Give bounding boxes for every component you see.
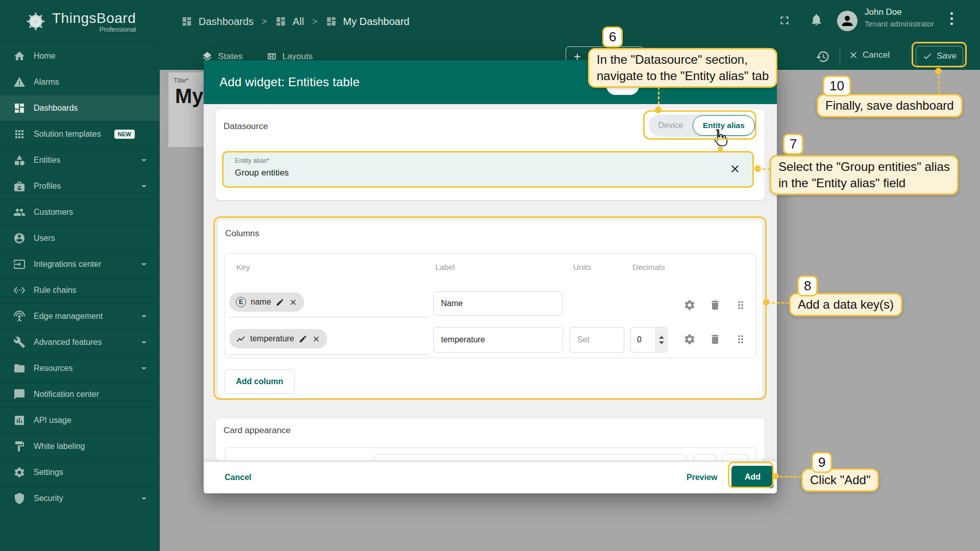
add-column-button[interactable]: Add column bbox=[225, 369, 295, 394]
avatar[interactable] bbox=[837, 11, 857, 31]
thingsboard-logo-icon bbox=[24, 10, 47, 33]
user-info[interactable]: John Doe Tenant administrator bbox=[865, 7, 934, 28]
sidebar-item-profiles[interactable]: Profiles bbox=[0, 173, 160, 199]
entity-alias-value: Group entities bbox=[235, 168, 289, 178]
sidebar-item-resources[interactable]: Resources bbox=[0, 355, 160, 381]
sidebar-item-api-usage[interactable]: API usage bbox=[0, 407, 160, 433]
toggle-device[interactable]: Device bbox=[649, 121, 693, 130]
kebab-menu-icon[interactable] bbox=[950, 12, 953, 25]
label-input[interactable] bbox=[433, 327, 563, 353]
gear-icon bbox=[13, 466, 26, 479]
dashboard-tile-icon bbox=[326, 16, 337, 27]
title-field-value: My bbox=[175, 85, 204, 108]
chevron-down-icon bbox=[141, 185, 146, 188]
callout-10-connector bbox=[938, 76, 940, 94]
remove-key-icon[interactable] bbox=[289, 298, 298, 307]
entity-alias-field[interactable]: Entity alias* Group entities bbox=[222, 151, 754, 188]
sidebar-item-dashboards[interactable]: Dashboards bbox=[0, 95, 160, 121]
close-icon bbox=[848, 50, 859, 60]
datakey-chip-temperature[interactable]: temperature bbox=[229, 329, 327, 348]
sidebar-item-customers[interactable]: Customers bbox=[0, 199, 160, 225]
timeseries-icon bbox=[236, 334, 246, 344]
col-header-units: Units bbox=[573, 263, 591, 272]
toolbar-divider bbox=[840, 47, 840, 66]
callout-8-dot bbox=[763, 299, 770, 306]
sidebar-item-rule-chains[interactable]: Rule chains bbox=[0, 277, 160, 303]
breadcrumb-dashboards[interactable]: Dashboards bbox=[181, 16, 254, 28]
columns-heading: Columns bbox=[225, 229, 259, 239]
antenna-icon bbox=[13, 310, 26, 322]
sidebar-nav: Home Alarms Dashboards Solution template… bbox=[0, 43, 160, 511]
truncated-control[interactable] bbox=[694, 454, 716, 461]
sidebar-item-alarms[interactable]: Alarms bbox=[0, 69, 160, 95]
title-field-label: Title* bbox=[174, 77, 188, 84]
sidebar-item-settings[interactable]: Settings bbox=[0, 459, 160, 485]
drag-handle-icon[interactable] bbox=[734, 299, 747, 311]
datakey-chip-name[interactable]: E name bbox=[229, 292, 304, 312]
decimals-input[interactable] bbox=[631, 328, 655, 352]
truncated-control[interactable] bbox=[722, 454, 749, 461]
new-badge: NEW bbox=[114, 130, 135, 139]
add-button[interactable]: Add bbox=[731, 466, 774, 488]
stepper-arrows[interactable] bbox=[655, 328, 667, 352]
cancel-dashboard-button[interactable]: Cancel bbox=[848, 50, 890, 60]
sidebar-item-users[interactable]: Users bbox=[0, 225, 160, 251]
save-dashboard-button[interactable]: Save bbox=[916, 46, 963, 66]
chevron-down-icon bbox=[141, 497, 146, 500]
drag-handle-icon[interactable] bbox=[734, 333, 747, 345]
sidebar-item-solution-templates[interactable]: Solution templates NEW bbox=[0, 121, 160, 147]
bell-icon[interactable] bbox=[810, 13, 823, 27]
dashboards-icon bbox=[13, 102, 26, 114]
brand[interactable]: ThingsBoard Professional bbox=[0, 0, 160, 43]
dashboard-title-field[interactable]: Title* My bbox=[168, 72, 204, 147]
sidebar-item-white-labeling[interactable]: White labeling bbox=[0, 433, 160, 459]
shield-icon bbox=[13, 492, 26, 505]
sidebar-item-security[interactable]: Security bbox=[0, 485, 160, 511]
edit-pencil-icon[interactable] bbox=[276, 298, 284, 307]
sidebar-item-notification-center[interactable]: Notification center bbox=[0, 381, 160, 407]
callout-9-badge: 9 bbox=[812, 452, 832, 473]
breadcrumb-my-dashboard[interactable]: My Dashboard bbox=[326, 16, 409, 28]
units-input[interactable] bbox=[570, 327, 624, 353]
sidebar-item-advanced-features[interactable]: Advanced features bbox=[0, 329, 160, 355]
rule-chains-icon bbox=[13, 284, 26, 296]
sidebar-item-home[interactable]: Home bbox=[0, 43, 160, 69]
col-header-label: Label bbox=[435, 263, 455, 272]
add-widget-modal: Add widget: Entities table Datasource De… bbox=[204, 60, 777, 493]
column-settings-icon[interactable] bbox=[683, 333, 696, 345]
chevron-down-icon bbox=[141, 315, 146, 318]
sidebar-item-edge-management[interactable]: Edge management bbox=[0, 303, 160, 329]
decimals-stepper[interactable] bbox=[630, 327, 668, 353]
edit-pencil-icon[interactable] bbox=[299, 335, 307, 343]
sidebar-item-integrations-center[interactable]: Integrations center bbox=[0, 251, 160, 277]
callout-10-badge: 10 bbox=[823, 76, 851, 96]
callout-7-dot bbox=[754, 165, 761, 172]
callout-6-badge: 6 bbox=[602, 27, 623, 47]
entity-field-icon: E bbox=[236, 297, 246, 307]
column-settings-icon[interactable] bbox=[683, 299, 696, 311]
check-icon bbox=[922, 51, 933, 61]
preview-button[interactable]: Preview bbox=[687, 473, 717, 482]
delete-column-icon[interactable] bbox=[709, 299, 721, 311]
sidebar-item-entities[interactable]: Entities bbox=[0, 147, 160, 173]
profiles-icon bbox=[13, 180, 26, 192]
modal-cancel-button[interactable]: Cancel bbox=[225, 473, 251, 482]
clear-alias-icon[interactable] bbox=[729, 163, 741, 175]
tools-icon bbox=[13, 336, 26, 348]
modal-footer: Cancel Preview Add bbox=[204, 462, 777, 493]
remove-key-icon[interactable] bbox=[312, 335, 321, 343]
chart-box-icon bbox=[13, 414, 26, 427]
columns-table: Key Label Units Decimals E name bbox=[225, 253, 756, 358]
delete-column-icon[interactable] bbox=[709, 333, 721, 345]
callout-6-connector bbox=[658, 87, 659, 109]
history-icon[interactable] bbox=[816, 49, 830, 64]
callout-9-connector bbox=[780, 476, 801, 478]
col-header-decimals: Decimals bbox=[632, 263, 665, 272]
label-input[interactable] bbox=[433, 291, 563, 316]
breadcrumb-all[interactable]: All bbox=[275, 16, 304, 28]
col-header-key: Key bbox=[236, 263, 250, 272]
fullscreen-icon[interactable] bbox=[778, 14, 791, 27]
truncated-input[interactable] bbox=[374, 454, 687, 461]
card-appearance-heading: Card appearance bbox=[224, 425, 290, 436]
brand-name: ThingsBoard bbox=[52, 10, 136, 27]
